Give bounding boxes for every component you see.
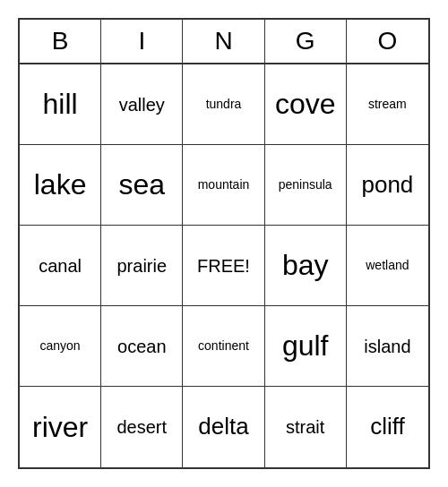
- bingo-grid: hillvalleytundracovestreamlakeseamountai…: [20, 64, 428, 467]
- cell-17: continent: [183, 306, 264, 387]
- cell-14: wetland: [347, 226, 428, 306]
- cell-16: ocean: [101, 306, 183, 387]
- cell-text-19: island: [364, 336, 410, 357]
- cell-text-7: mountain: [198, 177, 250, 192]
- cell-22: delta: [183, 387, 264, 467]
- bingo-card: BINGO hillvalleytundracovestreamlakeseam…: [18, 18, 430, 469]
- cell-text-6: sea: [118, 167, 165, 201]
- bingo-header: BINGO: [20, 20, 428, 64]
- header-letter-B: B: [20, 20, 101, 63]
- cell-text-16: ocean: [117, 336, 167, 357]
- cell-24: cliff: [347, 387, 428, 467]
- cell-text-15: canyon: [40, 338, 81, 354]
- cell-text-8: peninsula: [279, 177, 332, 192]
- cell-text-0: hill: [43, 87, 78, 121]
- header-letter-O: O: [347, 20, 428, 63]
- cell-10: canal: [20, 226, 101, 306]
- cell-21: desert: [101, 387, 183, 467]
- cell-text-21: desert: [116, 416, 167, 438]
- cell-12: FREE!: [183, 226, 264, 306]
- cell-text-2: tundra: [206, 97, 242, 112]
- cell-15: canyon: [20, 306, 101, 387]
- cell-13: bay: [265, 226, 347, 306]
- cell-text-18: gulf: [282, 329, 329, 363]
- cell-20: river: [20, 387, 101, 467]
- cell-23: strait: [265, 387, 347, 467]
- cell-18: gulf: [265, 306, 347, 387]
- cell-text-23: strait: [286, 416, 324, 438]
- cell-text-14: wetland: [366, 258, 409, 273]
- cell-text-20: river: [32, 410, 88, 444]
- cell-7: mountain: [183, 145, 264, 226]
- cell-11: prairie: [101, 226, 183, 306]
- cell-text-22: delta: [198, 413, 248, 440]
- cell-4: stream: [347, 64, 428, 145]
- cell-text-3: cove: [275, 87, 336, 121]
- cell-text-11: prairie: [117, 255, 168, 277]
- cell-19: island: [347, 306, 428, 387]
- cell-text-13: bay: [282, 248, 329, 282]
- cell-text-24: cliff: [370, 413, 405, 440]
- cell-1: valley: [101, 64, 183, 145]
- cell-text-4: stream: [368, 97, 407, 112]
- cell-3: cove: [265, 64, 347, 145]
- cell-0: hill: [20, 64, 101, 145]
- header-letter-N: N: [183, 20, 264, 63]
- header-letter-G: G: [265, 20, 347, 63]
- cell-2: tundra: [183, 64, 264, 145]
- cell-text-12: FREE!: [197, 255, 250, 277]
- cell-8: peninsula: [265, 145, 347, 226]
- cell-text-5: lake: [34, 167, 87, 201]
- cell-text-10: canal: [39, 255, 82, 277]
- cell-9: pond: [347, 145, 428, 226]
- cell-text-17: continent: [198, 338, 249, 354]
- cell-6: sea: [101, 145, 183, 226]
- cell-text-1: valley: [119, 94, 165, 115]
- header-letter-I: I: [101, 20, 183, 63]
- cell-5: lake: [20, 145, 101, 226]
- cell-text-9: pond: [361, 171, 413, 199]
